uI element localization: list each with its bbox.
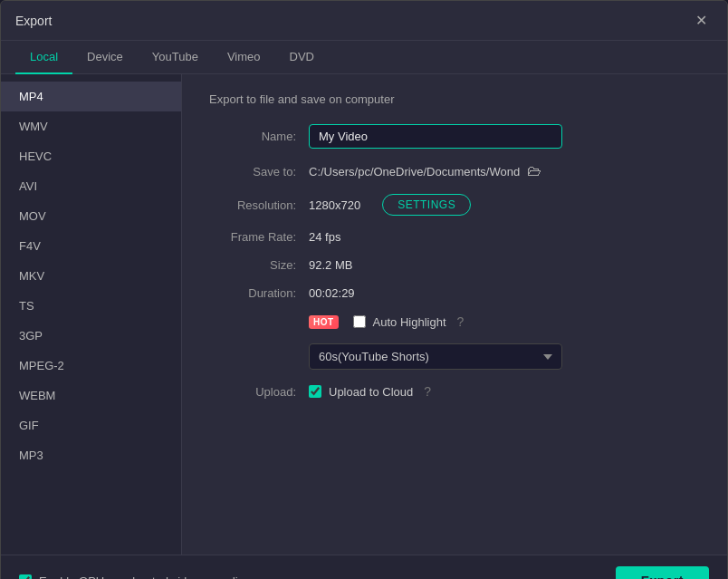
name-row: Name: [209,124,700,149]
size-value: 92.2 MB [309,258,352,272]
sidebar-item-ts[interactable]: TS [1,291,181,321]
highlight-dropdown-row: 60s(YouTube Shorts) 30s 15s [209,343,700,370]
tab-vimeo[interactable]: Vimeo [213,41,275,74]
settings-button[interactable]: SETTINGS [382,194,471,216]
gpu-label[interactable]: Enable GPU accelerated video encoding [39,574,251,580]
titlebar: Export ✕ [1,1,727,41]
save-path-container: C:/Users/pc/OneDrive/Documents/Wond 🗁 [309,163,541,179]
sidebar-item-mp4[interactable]: MP4 [1,82,181,111]
upload-group: Upload to Cloud ? [309,384,431,399]
gpu-checkbox[interactable] [19,574,32,579]
auto-highlight-row: HOT Auto Highlight ? [209,314,700,329]
duration-row: Duration: 00:02:29 [209,286,700,300]
folder-icon[interactable]: 🗁 [527,163,541,179]
sidebar-item-wmv[interactable]: WMV [1,111,181,141]
upload-help-icon[interactable]: ? [424,384,431,399]
upload-label: Upload: [209,385,309,399]
framerate-label: Frame Rate: [209,230,309,244]
sidebar-item-gif[interactable]: GIF [1,410,181,440]
tab-dvd[interactable]: DVD [275,41,329,74]
sidebar-item-mkv[interactable]: MKV [1,261,181,291]
resolution-row: Resolution: 1280x720 SETTINGS [209,194,700,216]
framerate-row: Frame Rate: 24 fps [209,230,700,244]
format-sidebar: MP4 WMV HEVC AVI MOV F4V MKV TS 3GP MPEG… [1,74,182,555]
upload-row: Upload: Upload to Cloud ? [209,384,700,399]
window-title: Export [15,14,52,28]
sidebar-item-mpeg2[interactable]: MPEG-2 [1,351,181,381]
sidebar-item-hevc[interactable]: HEVC [1,141,181,171]
save-path-text: C:/Users/pc/OneDrive/Documents/Wond [309,165,520,179]
auto-highlight-group: HOT Auto Highlight ? [309,314,464,329]
tab-bar: Local Device YouTube Vimeo DVD [1,41,727,74]
size-row: Size: 92.2 MB [209,258,700,272]
sidebar-item-mov[interactable]: MOV [1,201,181,231]
resolution-value: 1280x720 [309,198,360,212]
save-to-row: Save to: C:/Users/pc/OneDrive/Documents/… [209,163,700,179]
sidebar-item-f4v[interactable]: F4V [1,231,181,261]
auto-highlight-label[interactable]: Auto Highlight [373,315,446,329]
main-panel: Export to file and save on computer Name… [182,74,727,555]
name-input[interactable] [309,124,562,149]
tab-device[interactable]: Device [72,41,138,74]
close-button[interactable]: ✕ [690,10,713,31]
tab-youtube[interactable]: YouTube [138,41,213,74]
content-area: MP4 WMV HEVC AVI MOV F4V MKV TS 3GP MPEG… [1,74,727,555]
export-button[interactable]: Export [616,566,709,579]
duration-label: Duration: [209,286,309,300]
hot-badge: HOT [309,315,339,329]
section-title: Export to file and save on computer [209,92,700,106]
auto-highlight-checkbox[interactable] [353,315,366,328]
sidebar-item-3gp[interactable]: 3GP [1,321,181,351]
save-to-label: Save to: [209,165,309,179]
size-label: Size: [209,258,309,272]
duration-value: 00:02:29 [309,286,355,300]
export-window: Export ✕ Local Device YouTube Vimeo DVD … [0,0,728,579]
upload-cloud-checkbox[interactable] [309,385,321,398]
framerate-value: 24 fps [309,230,340,244]
highlight-duration-dropdown[interactable]: 60s(YouTube Shorts) 30s 15s [309,343,562,370]
footer: Enable GPU accelerated video encoding Ex… [1,555,727,579]
resolution-label: Resolution: [209,198,309,212]
sidebar-item-avi[interactable]: AVI [1,171,181,201]
name-label: Name: [209,130,309,143]
gpu-row: Enable GPU accelerated video encoding [19,574,251,580]
tab-local[interactable]: Local [15,41,72,74]
sidebar-item-webm[interactable]: WEBM [1,381,181,410]
upload-cloud-label[interactable]: Upload to Cloud [329,385,413,399]
sidebar-item-mp3[interactable]: MP3 [1,440,181,470]
auto-highlight-help-icon[interactable]: ? [457,314,465,329]
